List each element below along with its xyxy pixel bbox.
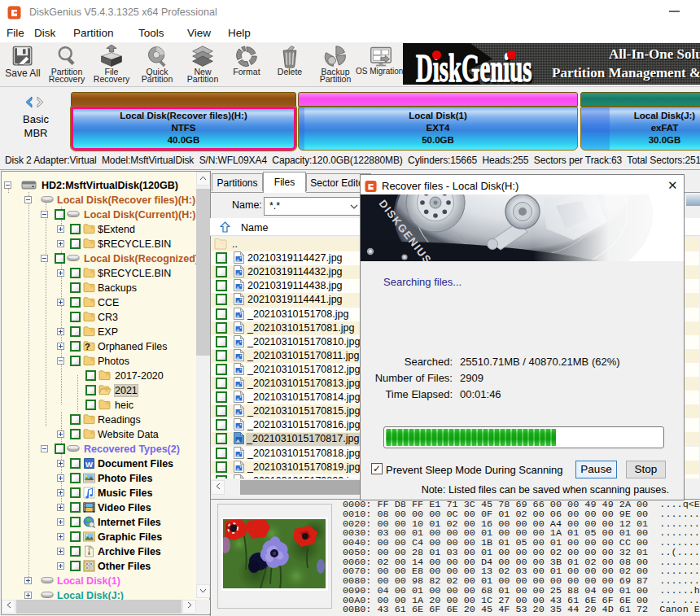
svg-text:?: ? (85, 342, 90, 352)
svg-text:W: W (85, 460, 93, 469)
